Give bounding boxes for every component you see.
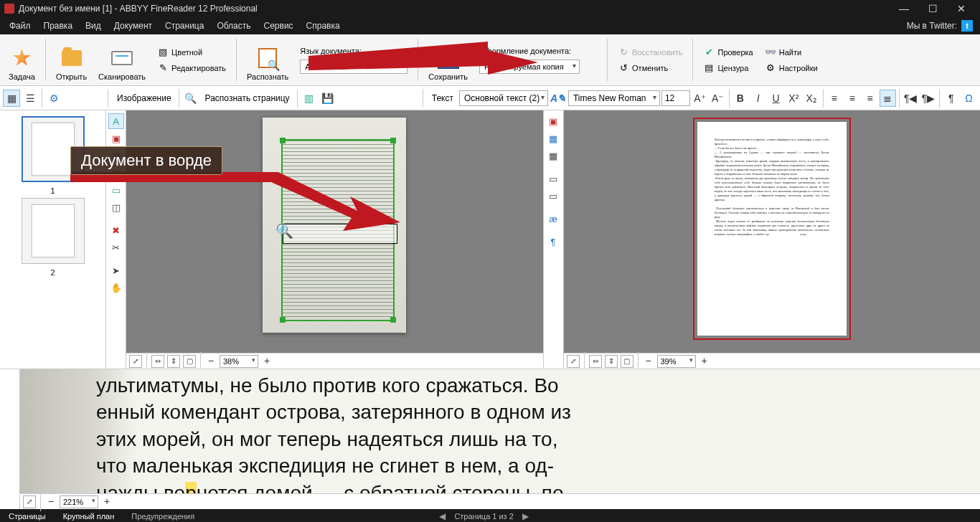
menu-page[interactable]: Страница [159,17,210,34]
thumb-view-list[interactable]: ☰ [22,90,39,107]
language-select[interactable]: Английский [300,60,407,74]
task-button[interactable]: Задача [3,36,41,84]
open-button[interactable]: Открыть [50,36,93,84]
recognize-page-icon[interactable]: 🔍 [182,90,199,107]
text-view[interactable]: Хастур остановился на миг в сторонке, сл… [564,110,981,369]
table-area-tool[interactable]: ▦ [108,148,124,163]
style-select[interactable]: Основной текст (2) [459,90,548,106]
text-zoom-value[interactable]: 39% [657,355,696,368]
color-mode-row[interactable]: ▧Цветной [154,45,229,60]
menu-edit[interactable]: Правка [37,17,80,34]
menu-file[interactable]: Файл [3,17,37,34]
delete-all-tool[interactable]: ▭ [545,188,561,204]
ltr-button[interactable]: ¶▶ [920,90,937,107]
zoom-in-button[interactable]: + [261,356,273,367]
recognition-area-tool[interactable]: ▭ [108,182,124,198]
zoom-in-text-button[interactable]: + [699,356,710,367]
page-thumbnail-2[interactable] [22,198,85,264]
verify-row[interactable]: ✔Проверка [700,45,755,60]
rtl-button[interactable]: ¶◀ [903,90,919,107]
layout-select[interactable]: Редактируемая копия [479,60,580,74]
show-special-tool[interactable]: æ [545,211,561,227]
menu-document[interactable]: Документ [108,17,159,34]
align-right-button[interactable]: ≡ [862,90,878,107]
eraser-tool[interactable]: ✖ [108,222,124,238]
barcode-area-tool[interactable]: ▥ [108,165,124,181]
recognized-text[interactable]: Хастур остановился на миг в сторонке, сл… [697,122,847,336]
page-thumbnail-1[interactable] [22,116,85,182]
undo-row[interactable]: ↺Отменить [615,61,685,75]
fit-height-text-button[interactable]: ⇕ [605,355,618,368]
superscript-button[interactable]: X² [786,90,802,107]
menu-area[interactable]: Область [210,17,257,34]
twitter-icon[interactable]: t [961,20,973,32]
censor-row[interactable]: ▤Цензура [700,61,755,75]
bold-button[interactable]: B [732,90,749,107]
align-left-button[interactable]: ≡ [826,90,843,107]
recognize-button[interactable]: Распознать [241,36,294,84]
settings-row[interactable]: ⚙Настройки [762,61,821,75]
show-nonprint-button[interactable]: ¶ [943,90,959,107]
style-editor-icon[interactable]: A✎ [550,90,567,107]
close-button[interactable]: ✕ [947,0,976,17]
fit-width-button[interactable]: ⇔ [151,355,164,368]
thumb-settings[interactable]: ⚙ [45,90,62,107]
recognize-page-label[interactable]: Распознать страницу [201,93,294,103]
subscript-button[interactable]: X₂ [804,90,820,107]
expand-button[interactable]: ⤢ [129,355,142,368]
symbol-button[interactable]: Ω [961,90,977,107]
zoom-out-button[interactable]: − [205,356,217,367]
fit-width-text-button[interactable]: ⇔ [589,355,602,368]
next-page-button[interactable]: ▶ [522,511,529,521]
image-zoom-value[interactable]: 38% [220,355,258,368]
font-shrink-icon[interactable]: A⁻ [710,90,726,107]
edit-row[interactable]: ✎Редактировать [154,61,229,75]
menu-help[interactable]: Справка [300,17,347,34]
save-image-icon[interactable]: 💾 [319,90,336,107]
find-row[interactable]: 👓Найти [762,45,821,60]
pointer-tool[interactable]: ➤ [108,262,124,278]
font-grow-icon[interactable]: A⁺ [692,90,708,107]
insert-picture-tool[interactable]: ▣ [545,113,561,129]
crop-tool[interactable]: ✂ [108,239,124,255]
selection-rectangle[interactable] [283,224,397,244]
underline-button[interactable]: U [768,90,784,107]
menu-view[interactable]: Вид [79,17,108,34]
italic-button[interactable]: I [750,90,766,107]
picture-area-tool[interactable]: ▣ [108,130,124,146]
menu-service[interactable]: Сервис [258,17,300,34]
delete-area-tool[interactable]: ▭ [545,171,561,186]
analyze-page-icon[interactable]: ▥ [301,90,318,107]
prev-page-button[interactable]: ◀ [439,511,446,521]
pilcrow-tool[interactable]: ¶ [545,234,561,250]
maximize-button[interactable]: ☐ [918,0,947,17]
large-zoom-value[interactable]: 221% [60,495,98,508]
image-view[interactable]: 🔍 [126,110,543,369]
minimize-button[interactable]: — [890,0,918,17]
align-center-button[interactable]: ≡ [844,90,860,107]
status-tab-large[interactable]: Крупный план [55,509,123,522]
background-area-tool[interactable]: ◫ [108,199,124,215]
align-justify-button[interactable]: ≣ [880,90,896,107]
large-view[interactable]: ультиматумы, не было против кого сражать… [20,369,980,509]
zoom-out-large-button[interactable]: − [45,496,57,508]
scan-button[interactable]: Сканировать [93,36,151,84]
fit-page-button[interactable]: ▢ [183,355,196,368]
expand-text-button[interactable]: ⤢ [567,355,580,368]
fit-page-text-button[interactable]: ▢ [621,355,633,368]
thumb-view-grid[interactable]: ▦ [3,90,20,107]
mark-picture-tool[interactable]: ▦ [545,130,561,146]
expand-large-button[interactable]: ⤢ [23,495,36,508]
zoom-in-large-button[interactable]: + [101,496,113,508]
text-pane: ▣ ▦ ▦ ▭ ▭ æ ¶ Хастур остановился на миг … [544,110,981,369]
save-button[interactable]: W Сохранить [423,36,473,84]
zoom-out-text-button[interactable]: − [643,356,654,367]
font-size-input[interactable] [661,90,690,106]
font-select[interactable]: Times New Roman [568,90,660,106]
hand-tool[interactable]: ✋ [108,280,124,295]
fit-height-button[interactable]: ⇕ [167,355,180,368]
text-area-tool[interactable]: A [108,113,124,129]
status-tab-warnings[interactable]: Предупреждения [123,509,203,522]
status-tab-pages[interactable]: Страницы [0,509,55,522]
mark-table-tool[interactable]: ▦ [545,148,561,163]
